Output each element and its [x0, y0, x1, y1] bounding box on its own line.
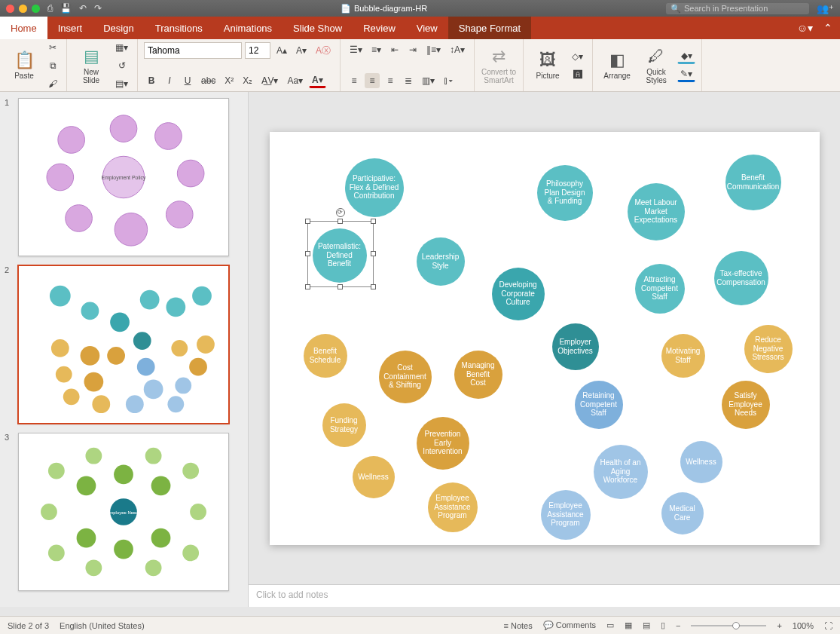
- font-name-select[interactable]: [144, 42, 242, 59]
- tab-review[interactable]: Review: [353, 17, 406, 39]
- fit-window-icon[interactable]: ⛶: [824, 621, 832, 630]
- slide-thumbnail-2[interactable]: [18, 265, 229, 424]
- slide-thumbnail-1[interactable]: Employment Policy: [18, 98, 229, 256]
- tab-home[interactable]: Home: [0, 17, 47, 39]
- bubble-shape[interactable]: Attracting Competent Staff: [635, 264, 685, 314]
- bubble-shape[interactable]: Managing Benefit Cost: [454, 351, 502, 399]
- bubble-shape[interactable]: Satisfy Employee Needs: [722, 381, 770, 429]
- shape-outline-icon[interactable]: ✎▾: [677, 67, 695, 82]
- language-indicator[interactable]: English (United States): [60, 621, 145, 630]
- comments-toggle[interactable]: 💬 Comments: [543, 620, 596, 630]
- zoom-slider[interactable]: [691, 625, 766, 626]
- bubble-shape[interactable]: Philosophy Plan Design & Funding: [537, 165, 593, 221]
- zoom-in-icon[interactable]: +: [777, 621, 781, 630]
- shape-fill-icon[interactable]: ◆▾: [677, 49, 695, 64]
- reading-view-icon[interactable]: ▤: [643, 620, 650, 630]
- notes-pane[interactable]: Click to add notes: [249, 584, 840, 607]
- resize-handle[interactable]: [338, 284, 343, 289]
- bubble-shape[interactable]: Meet Labour Market Expectations: [628, 183, 685, 240]
- font-size-select[interactable]: [245, 42, 270, 59]
- textbox-icon[interactable]: 🅰: [569, 67, 586, 82]
- bubble-shape[interactable]: Motivating Staff: [661, 334, 705, 378]
- text-direction-icon[interactable]: ↕A▾: [447, 42, 468, 57]
- bubble-shape[interactable]: Tax-effective Compensation: [714, 251, 768, 305]
- collapse-ribbon-icon[interactable]: ⌃: [823, 22, 832, 34]
- share-icon[interactable]: 👥⁺: [817, 3, 834, 14]
- indent-dec-icon[interactable]: ⇤: [387, 42, 402, 57]
- bubble-shape[interactable]: Participative: Flex & Defined Contributi…: [345, 158, 404, 217]
- resize-handle[interactable]: [305, 284, 310, 289]
- feedback-icon[interactable]: ☺▾: [797, 22, 813, 34]
- zoom-out-icon[interactable]: −: [676, 621, 680, 630]
- shrink-font-icon[interactable]: A▾: [293, 43, 310, 58]
- close-window[interactable]: [6, 5, 14, 13]
- cut-icon[interactable]: ✂: [45, 40, 60, 55]
- bubble-shape[interactable]: Employer Objectives: [552, 323, 599, 370]
- shapes-icon[interactable]: ◇▾: [569, 49, 586, 64]
- qat-redo-icon[interactable]: ↷: [94, 3, 102, 14]
- bubble-shape[interactable]: Medical Care: [661, 492, 704, 534]
- strike-button[interactable]: abc: [198, 73, 218, 88]
- bubble-shape[interactable]: Prevention Early Intervention: [417, 417, 469, 470]
- line-spacing-icon[interactable]: ‖≡▾: [423, 42, 444, 57]
- grow-font-icon[interactable]: A▴: [273, 43, 290, 58]
- rotate-handle-icon[interactable]: ⟳: [336, 208, 345, 217]
- bubble-shape[interactable]: Wellness: [353, 456, 395, 498]
- align-right-icon[interactable]: ≡: [383, 73, 398, 88]
- resize-handle[interactable]: [338, 219, 343, 224]
- bubble-shape[interactable]: Cost Containment & Shifting: [379, 351, 432, 403]
- bubble-shape[interactable]: Benefit Communication: [725, 155, 781, 210]
- bubble-shape[interactable]: Leadership Style: [417, 237, 465, 286]
- resize-handle[interactable]: [371, 251, 376, 256]
- zoom-knob[interactable]: [732, 622, 740, 629]
- layout-icon[interactable]: ▦▾: [112, 40, 131, 55]
- bubble-shape[interactable]: Employee Assistance Program: [428, 482, 478, 532]
- minimize-window[interactable]: [19, 5, 27, 13]
- tab-view[interactable]: View: [406, 17, 448, 39]
- bubble-shape[interactable]: Wellness: [680, 441, 722, 483]
- quick-styles-button[interactable]: 🖊 Quick Styles: [638, 43, 674, 88]
- bubble-shape[interactable]: Paternalistic: Defined Benefit: [313, 228, 367, 283]
- bubble-shape[interactable]: Retaining Competent Staff: [575, 381, 623, 429]
- picture-button[interactable]: 🖼 Picture: [530, 43, 566, 88]
- resize-handle[interactable]: [371, 284, 376, 289]
- tab-slideshow[interactable]: Slide Show: [283, 17, 353, 39]
- slide-thumbnail-3[interactable]: Employee Needs: [18, 433, 229, 591]
- change-case-icon[interactable]: Aa▾: [284, 73, 306, 88]
- paste-button[interactable]: 📋 Paste: [6, 43, 42, 88]
- resize-handle[interactable]: [371, 219, 376, 224]
- superscript-button[interactable]: X²: [221, 73, 237, 88]
- bubble-shape[interactable]: Reduce Negative Stressors: [744, 325, 793, 373]
- reset-icon[interactable]: ↺: [112, 58, 131, 73]
- font-color-icon[interactable]: A▾: [309, 73, 326, 88]
- zoom-value[interactable]: 100%: [793, 621, 814, 630]
- bubble-shape[interactable]: Benefit Schedule: [304, 334, 347, 378]
- bubble-shape[interactable]: Health of an Aging Workforce: [594, 445, 648, 499]
- bubble-shape[interactable]: Developing Corporate Culture: [492, 268, 545, 320]
- char-spacing-icon[interactable]: A͟V▾: [258, 73, 281, 88]
- zoom-window[interactable]: [32, 5, 40, 13]
- bullets-icon[interactable]: ☰▾: [347, 42, 365, 57]
- numbering-icon[interactable]: ≡▾: [368, 42, 384, 57]
- slide-indicator[interactable]: Slide 2 of 3: [8, 621, 49, 630]
- resize-handle[interactable]: [305, 251, 310, 256]
- tab-design[interactable]: Design: [93, 17, 144, 39]
- columns-icon[interactable]: ▥▾: [419, 73, 438, 88]
- clear-format-icon[interactable]: Aⓧ: [313, 43, 334, 58]
- tab-transitions[interactable]: Transitions: [145, 17, 213, 39]
- section-icon[interactable]: ▤▾: [112, 76, 131, 91]
- bubble-shape[interactable]: Employee Assistance Program: [541, 490, 591, 540]
- qat-save2-icon[interactable]: 💾: [60, 3, 72, 14]
- justify-icon[interactable]: ≣: [401, 73, 416, 88]
- new-slide-button[interactable]: ▤ New Slide: [73, 43, 109, 88]
- resize-handle[interactable]: [305, 219, 310, 224]
- align-left-icon[interactable]: ≡: [347, 73, 362, 88]
- qat-undo-icon[interactable]: ↶: [79, 3, 87, 14]
- format-painter-icon[interactable]: 🖌: [45, 76, 60, 91]
- arrange-button[interactable]: ◧ Arrange: [599, 43, 635, 88]
- underline-button[interactable]: U: [180, 73, 195, 88]
- slideshow-view-icon[interactable]: ▯: [661, 620, 665, 630]
- sorter-view-icon[interactable]: ▦: [625, 620, 632, 630]
- slide-canvas-area[interactable]: ⟳ Participative: Flex & Defined Contribu…: [249, 92, 840, 584]
- copy-icon[interactable]: ⧉: [45, 58, 60, 73]
